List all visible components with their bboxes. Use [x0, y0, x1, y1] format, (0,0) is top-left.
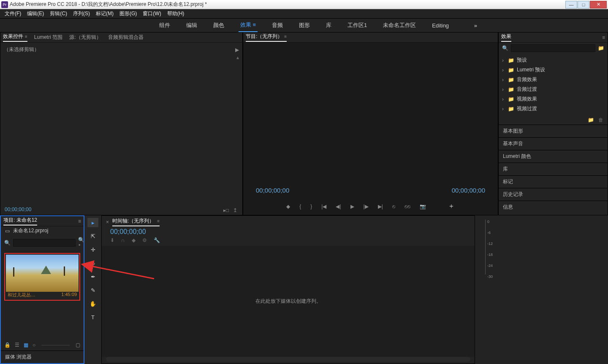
close-button[interactable]: ✕: [590, 1, 607, 8]
fx-folder-video-trans[interactable]: ›📁视频过渡: [502, 104, 604, 114]
program-transport: ◆ { } |◀ ◀| ▶ |▶ ▶| ⎋ ⎋⎋ 📷 ＋: [243, 202, 498, 211]
workspace-assembly[interactable]: 组件: [157, 19, 172, 32]
step-fwd-icon[interactable]: |▶: [364, 204, 369, 209]
workspace-overflow[interactable]: »: [474, 22, 477, 29]
workspace-editing-en[interactable]: Editing: [430, 20, 451, 31]
project-search-input[interactable]: [13, 239, 76, 247]
expand-icon[interactable]: ▶: [235, 47, 239, 53]
insert-icon[interactable]: ▸□: [223, 207, 229, 213]
tab-audio-clip-mixer[interactable]: 音频剪辑混合器: [108, 34, 144, 41]
mark-out-icon[interactable]: }: [310, 204, 312, 209]
list-view-icon[interactable]: ☰: [15, 342, 19, 348]
lock-icon[interactable]: 🔒: [4, 342, 11, 348]
type-tool[interactable]: T: [87, 312, 98, 322]
workspace-graphics[interactable]: 图形: [297, 19, 312, 32]
workspace-unnamed[interactable]: 未命名工作区: [381, 19, 418, 32]
panel-menu-icon[interactable]: ≡: [602, 35, 605, 41]
minimize-button[interactable]: —: [565, 1, 577, 8]
lift-icon[interactable]: ⎋: [392, 204, 395, 209]
menu-clip[interactable]: 剪辑(C): [47, 9, 70, 18]
tab-source-noclip[interactable]: 源:（无剪辑）: [69, 34, 101, 41]
icon-view-icon[interactable]: ▦: [24, 342, 28, 348]
workspace-color[interactable]: 颜色: [212, 19, 226, 32]
menu-marker[interactable]: 标记(M): [93, 9, 116, 18]
fx-folder-video-fx[interactable]: ›📁视频效果: [502, 94, 604, 104]
new-item-icon[interactable]: ▢: [76, 342, 80, 348]
new-custom-bin-icon[interactable]: 📁: [588, 117, 594, 123]
pen-tool[interactable]: ✎: [87, 285, 98, 295]
extract-icon[interactable]: ⎋⎋: [404, 204, 410, 209]
export-frame-icon[interactable]: 📷: [420, 204, 426, 209]
track-select-tool[interactable]: ⇱: [87, 231, 98, 241]
menu-sequence[interactable]: 序列(S): [71, 9, 92, 18]
clip-thumbnail-selected[interactable]: 和过儿花丛… 1:45:09: [4, 253, 80, 301]
meter-tick: 0: [487, 220, 489, 224]
effects-search-input[interactable]: [511, 44, 595, 52]
panel-info[interactable]: 信息: [499, 201, 608, 213]
fx-folder-lumetri[interactable]: ›📁Lumetri 预设: [502, 65, 604, 75]
workspace-bar: 组件 编辑 颜色 效果 ≡ 音频 图形 库 工作区1 未命名工作区 Editin…: [0, 19, 608, 32]
step-back-icon[interactable]: ◀|: [336, 204, 341, 209]
panel-essential-graphics[interactable]: 基本图形: [499, 125, 608, 137]
mark-in-icon[interactable]: {: [299, 204, 301, 209]
fx-folder-audio-fx[interactable]: ›📁音频效果: [502, 75, 604, 84]
workspace-editing-cn[interactable]: 编辑: [185, 19, 199, 32]
tab-lumetri-scopes[interactable]: Lumetri 范围: [34, 34, 62, 41]
meter-tick: -24: [487, 263, 493, 268]
play-icon[interactable]: ▶: [350, 204, 354, 209]
meter-tick: -12: [487, 242, 493, 246]
selection-tool[interactable]: ▸: [87, 218, 98, 227]
button-editor-icon[interactable]: ＋: [448, 202, 455, 211]
tab-project[interactable]: 项目: 未命名12: [3, 217, 37, 225]
panel-markers[interactable]: 标记: [499, 175, 608, 188]
hand-tool[interactable]: ✋: [87, 299, 98, 308]
new-bin-icon[interactable]: 📁: [598, 45, 604, 51]
add-marker-icon[interactable]: ◆: [132, 237, 136, 243]
timeline-zoom-scroll[interactable]: [106, 357, 470, 362]
tab-effect-controls[interactable]: 效果控件≡: [3, 33, 27, 42]
wrench-icon[interactable]: 🔧: [154, 237, 160, 243]
timeline-timecode[interactable]: 00;00;00;00: [102, 228, 475, 237]
maximize-button[interactable]: □: [578, 1, 589, 8]
program-tc-left: 00;00;00;00: [256, 187, 289, 194]
panel-essential-sound[interactable]: 基本声音: [499, 137, 608, 150]
tab-timeline[interactable]: 时间轴:（无序列） ≡: [112, 217, 160, 226]
linked-selection-icon[interactable]: ∩: [121, 237, 125, 243]
go-out-icon[interactable]: ▶|: [378, 204, 383, 209]
panel-menu-icon[interactable]: ≡: [78, 218, 81, 224]
panel-lumetri-color[interactable]: Lumetri 颜色: [499, 150, 608, 163]
source-timecode: 00;00;00;00: [5, 206, 31, 212]
menu-help[interactable]: 帮助(H): [165, 9, 187, 18]
workspace-libraries[interactable]: 库: [324, 19, 333, 32]
scroll-up-icon[interactable]: ▴: [236, 54, 239, 60]
timeline-settings-icon[interactable]: ⚙: [142, 237, 147, 243]
panel-libraries[interactable]: 库: [499, 163, 608, 175]
tab-program[interactable]: 节目:（无序列）≡: [246, 33, 287, 42]
workspace-audio[interactable]: 音频: [270, 19, 285, 32]
freeform-view-icon[interactable]: ○: [33, 342, 35, 348]
find-icon[interactable]: 🔍⁺: [78, 237, 84, 249]
fx-folder-audio-trans[interactable]: ›📁音频过渡: [502, 84, 604, 94]
ripple-edit-tool[interactable]: ✛: [87, 245, 98, 254]
add-marker-icon[interactable]: ◆: [286, 204, 290, 209]
snap-icon[interactable]: ⬇: [110, 237, 114, 243]
tab-media-browser[interactable]: 媒体 浏览器: [1, 350, 84, 363]
close-tab-icon[interactable]: ×: [106, 219, 109, 225]
panel-history[interactable]: 历史记录: [499, 188, 608, 201]
go-in-icon[interactable]: |◀: [321, 204, 326, 209]
window-titlebar: Pr Adobe Premiere Pro CC 2018 - D:\我的文档\…: [0, 0, 608, 9]
delete-icon[interactable]: 🗑: [598, 117, 603, 123]
timeline-drop-area[interactable]: 在此处放下媒体以创建序列。: [102, 246, 475, 357]
right-filler: [498, 215, 608, 364]
export-frame-icon[interactable]: ↥: [233, 207, 237, 213]
slip-tool[interactable]: ✒: [87, 272, 98, 281]
menu-file[interactable]: 文件(F): [2, 9, 24, 18]
menu-window[interactable]: 窗口(W): [140, 9, 163, 18]
tab-effects[interactable]: 效果: [501, 33, 511, 42]
workspace-custom1[interactable]: 工作区1: [346, 19, 369, 32]
razor-tool[interactable]: ◇: [87, 258, 98, 268]
workspace-effects[interactable]: 效果 ≡: [239, 19, 258, 32]
menu-graphics[interactable]: 图形(G): [117, 9, 139, 18]
menu-edit[interactable]: 编辑(E): [24, 9, 46, 18]
fx-folder-presets[interactable]: ›📁预设: [502, 55, 604, 65]
